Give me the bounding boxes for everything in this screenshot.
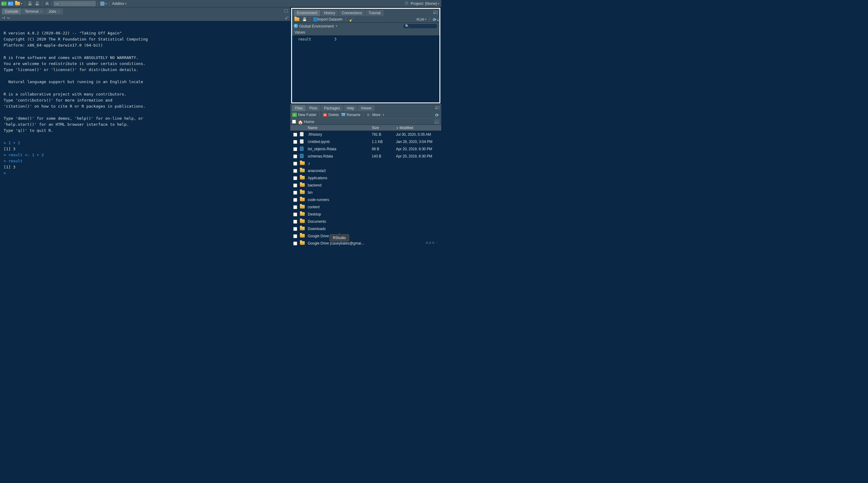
file-row[interactable]: anaconda3: [290, 167, 441, 174]
breadcrumb-home[interactable]: Home: [304, 119, 314, 124]
file-checkbox[interactable]: [293, 220, 297, 224]
file-checkbox[interactable]: [293, 205, 297, 209]
file-row[interactable]: bin: [290, 189, 441, 196]
open-file-button[interactable]: [14, 1, 23, 6]
files-list[interactable]: .Rhistory791 BJul 30, 2020, 5:35 AMUntit…: [290, 131, 441, 246]
file-row[interactable]: Google Drive (caseybates@gmai…: [290, 240, 441, 246]
file-row[interactable]: Desktop: [290, 211, 441, 218]
tab-history[interactable]: History: [321, 10, 338, 16]
file-checkbox[interactable]: [293, 147, 297, 151]
share-icon[interactable]: ↪: [7, 16, 11, 20]
select-all-checkbox[interactable]: [292, 120, 296, 124]
rename-icon: [341, 113, 345, 117]
r-logo-icon: Ⓡ: [405, 1, 408, 6]
file-row[interactable]: Applications: [290, 174, 441, 182]
file-row[interactable]: list_objects.Rdata86 BApr 20, 2019, 6:30…: [290, 145, 441, 153]
close-icon[interactable]: ×: [58, 10, 60, 13]
file-checkbox[interactable]: [293, 234, 297, 238]
tab-jobs[interactable]: Jobs×: [45, 8, 63, 15]
save-workspace-button[interactable]: 💾: [302, 17, 307, 22]
tab-terminal[interactable]: Terminal×: [22, 8, 45, 15]
maximize-pane-icon[interactable]: [284, 9, 288, 12]
minimize-pane-icon[interactable]: [435, 106, 437, 109]
file-checkbox[interactable]: [293, 140, 297, 144]
files-breadcrumb: 🏠 Home …: [290, 118, 441, 125]
file-checkbox[interactable]: [293, 133, 297, 137]
file-checkbox[interactable]: [293, 227, 297, 231]
file-checkbox[interactable]: [293, 169, 297, 173]
file-name: list_objects.Rdata: [307, 147, 372, 151]
close-icon[interactable]: ×: [40, 10, 42, 13]
addins-menu[interactable]: Addins: [112, 1, 127, 6]
maximize-pane-icon[interactable]: [438, 106, 439, 109]
file-row[interactable]: .r: [290, 160, 441, 167]
home-icon[interactable]: 🏠: [298, 120, 302, 124]
file-row[interactable]: Documents: [290, 218, 441, 225]
file-checkbox[interactable]: [293, 198, 297, 202]
file-checkbox[interactable]: [293, 162, 297, 166]
maximize-pane-icon[interactable]: [436, 11, 438, 14]
env-variable[interactable]: result3: [292, 36, 439, 42]
file-row[interactable]: schemas.Rdata143 BApr 20, 2019, 6:30 PM: [290, 153, 441, 160]
tab-plots[interactable]: Plots: [306, 105, 320, 111]
tab-tutorial[interactable]: Tutorial: [366, 10, 383, 16]
main-toolbar: + + 💾 💾 🖶 ↪ Addins Ⓡ Project: (None): [0, 0, 441, 7]
file-checkbox[interactable]: [293, 212, 297, 217]
col-name[interactable]: Name: [307, 126, 372, 130]
env-search[interactable]: 🔍: [403, 24, 438, 29]
delete-button[interactable]: ✕Delete: [323, 113, 339, 117]
folder-icon: [300, 169, 305, 172]
tab-packages[interactable]: Packages: [321, 105, 343, 111]
file-row[interactable]: backend: [290, 182, 441, 189]
file-row[interactable]: Untitled.ipynb1.1 KBJan 28, 2020, 3:04 P…: [290, 138, 441, 145]
goto-icon: ↪: [55, 1, 60, 6]
folder-icon: [300, 227, 305, 230]
file-row[interactable]: Downloads: [290, 225, 441, 232]
goto-input[interactable]: [61, 1, 94, 6]
print-button[interactable]: 🖶: [44, 1, 50, 6]
clear-console-icon[interactable]: 🖌: [285, 16, 288, 20]
project-menu[interactable]: Project: (None): [410, 1, 440, 6]
file-name: Documents: [307, 220, 372, 224]
import-dataset-button[interactable]: Import Dataset ▾: [313, 17, 343, 22]
tab-viewer[interactable]: Viewer: [358, 105, 374, 111]
env-view-mode[interactable]: ≡ List: [415, 17, 427, 22]
folder-icon: [15, 2, 20, 5]
file-name: content: [307, 205, 372, 209]
file-checkbox[interactable]: [293, 183, 297, 188]
file-row[interactable]: content: [290, 203, 441, 211]
panes-button[interactable]: [100, 1, 107, 6]
tab-environment[interactable]: Environment: [294, 10, 320, 16]
new-project-button[interactable]: +: [8, 1, 13, 6]
save-button[interactable]: 💾: [27, 1, 33, 6]
col-size[interactable]: Size: [372, 126, 396, 130]
refresh-env-button[interactable]: ⟳: [432, 17, 438, 22]
console-output[interactable]: R version 4.0.2 (2020-06-22) -- "Taking …: [0, 21, 290, 246]
file-checkbox[interactable]: [293, 242, 297, 246]
file-row[interactable]: .Rhistory791 BJul 30, 2020, 5:35 AM: [290, 131, 441, 138]
tab-connections[interactable]: Connections: [339, 10, 365, 16]
file-checkbox[interactable]: [293, 191, 297, 195]
load-workspace-button[interactable]: [294, 17, 300, 22]
col-modified[interactable]: ▼Modified: [396, 126, 441, 130]
file-name: bin: [307, 191, 372, 195]
tab-help[interactable]: Help: [344, 105, 357, 111]
clear-env-button[interactable]: 🧹: [348, 17, 354, 22]
file-row[interactable]: Google Drive: [290, 232, 441, 240]
save-all-button[interactable]: 💾: [34, 1, 40, 6]
tab-console[interactable]: Console: [2, 8, 21, 15]
env-scope-bar: Global Environment 🔍: [292, 23, 439, 29]
file-checkbox[interactable]: [293, 154, 297, 159]
file-row[interactable]: code-runners: [290, 196, 441, 203]
env-scope-selector[interactable]: Global Environment: [294, 24, 337, 28]
minimize-pane-icon[interactable]: [433, 11, 435, 14]
new-folder-button[interactable]: +New Folder: [292, 113, 316, 117]
file-checkbox[interactable]: [293, 176, 297, 180]
goto-file-function[interactable]: ↪: [54, 1, 96, 6]
rename-button[interactable]: Rename: [341, 113, 360, 117]
refresh-files-button[interactable]: ⟳: [435, 113, 439, 117]
breadcrumb-more[interactable]: …: [434, 119, 439, 124]
new-file-button[interactable]: +: [1, 1, 7, 6]
more-button[interactable]: ⚙More: [367, 113, 384, 117]
tab-files[interactable]: Files: [292, 105, 306, 111]
